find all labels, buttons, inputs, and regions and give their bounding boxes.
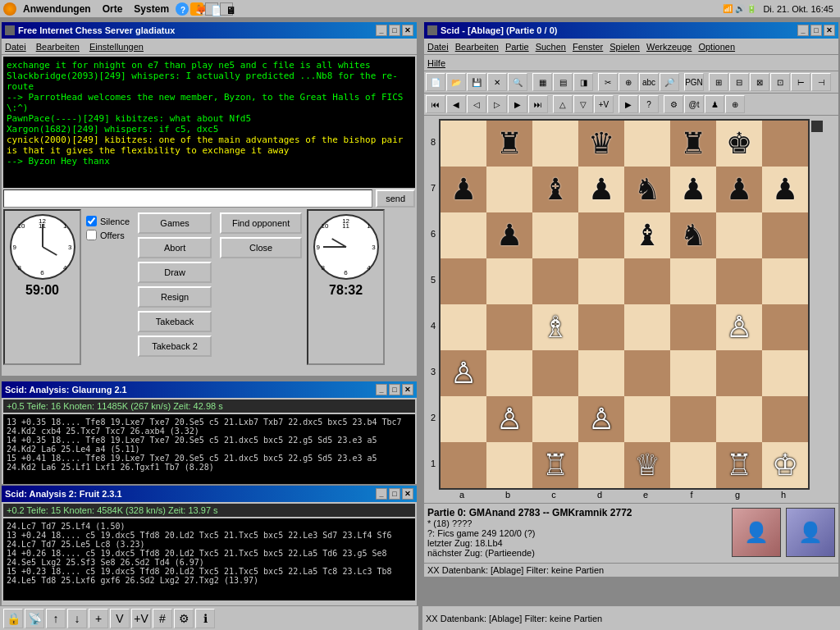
square-a3[interactable]: ♙ [441,350,486,396]
square-b1[interactable] [486,442,532,488]
tb-var-down[interactable]: ▽ [573,95,593,113]
tb-last[interactable]: ⏭ [528,95,548,113]
draw-button[interactable]: Draw [138,262,212,283]
square-e5[interactable] [624,258,670,304]
square-a7[interactable]: ♟ [441,167,486,212]
square-c1[interactable]: ♖ [532,442,578,488]
bottom-down-icon[interactable]: ↓ [67,609,87,628]
analysis1-close[interactable]: ✕ [402,384,413,395]
tb-find[interactable]: 🔎 [660,73,679,91]
square-a8[interactable] [441,121,486,167]
silence-checkbox[interactable] [86,216,97,226]
games-button[interactable]: Games [138,212,212,234]
menu-system[interactable]: System [129,2,174,16]
find-opponent-button[interactable]: Find opponent [220,212,302,234]
takeback-button[interactable]: Takeback [138,311,212,332]
tb-btn2[interactable]: ▤ [553,73,573,91]
square-h1[interactable]: ♔ [762,442,808,488]
tb-search[interactable]: 🔍 [508,73,527,91]
square-d1[interactable] [578,442,624,488]
square-b5[interactable] [486,258,532,304]
tb-btn3[interactable]: ◨ [573,73,593,91]
square-h4[interactable] [762,304,808,350]
square-e1[interactable]: ♕ [624,442,670,488]
tb-next[interactable]: ▶ [508,95,527,113]
tb-extra3[interactable]: ⊠ [750,73,769,91]
bottom-plus-icon[interactable]: + [89,609,108,628]
tb-plus-v[interactable]: +V [594,95,614,113]
app-icon-2[interactable]: 🖥 [220,2,233,16]
tb-paste[interactable]: abc [639,73,659,91]
square-f5[interactable] [670,258,716,304]
tb-save[interactable]: 💾 [467,73,486,91]
takeback2-button[interactable]: Takeback 2 [138,336,212,357]
tb-extra6[interactable]: ⊣ [811,73,831,91]
analysis2-minimize[interactable]: _ [376,488,387,500]
tb-btn1[interactable]: ▦ [532,73,552,91]
tb-extra7[interactable]: ⊕ [725,95,745,113]
square-h8[interactable] [762,121,808,167]
fics-minimize-btn[interactable]: _ [376,25,387,36]
square-d8[interactable]: ♛ [578,121,624,167]
square-b7[interactable] [486,167,532,212]
scid-menu-fenster[interactable]: Fenster [573,42,603,52]
scid-menu-werkzeuge[interactable]: Werkzeuge [646,42,692,52]
square-g6[interactable] [716,212,762,258]
resign-button[interactable]: Resign [138,286,212,308]
bottom-lock-icon[interactable]: 🔒 [3,609,23,628]
square-c6[interactable] [532,212,578,258]
tb-next-fast[interactable]: ▷ [487,95,507,113]
offers-checkbox[interactable] [86,230,97,240]
tb-open[interactable]: 📂 [446,73,466,91]
square-f2[interactable] [670,396,716,442]
tb-prev-fast[interactable]: ◁ [467,95,486,113]
square-h2[interactable] [762,396,808,442]
square-c4[interactable]: ♗ [532,304,578,350]
bottom-wifi-icon[interactable]: 📡 [25,609,44,628]
analysis2-maximize[interactable]: □ [389,488,400,500]
scid-menu-suchen[interactable]: Suchen [536,42,566,52]
square-d3[interactable] [578,350,624,396]
scid-menu-spielen[interactable]: Spielen [609,42,640,52]
square-b3[interactable] [486,350,532,396]
scid-close-btn[interactable]: ✕ [824,25,835,36]
fics-menu-datei[interactable]: Datei [5,42,26,52]
bottom-num-icon[interactable]: # [153,609,172,628]
square-e6[interactable]: ♝ [624,212,670,258]
fics-close-btn[interactable]: ✕ [402,25,413,36]
fics-menu-einstellungen[interactable]: Einstellungen [89,42,144,52]
square-f1[interactable] [670,442,716,488]
square-g4[interactable]: ♙ [716,304,762,350]
square-d2[interactable]: ♙ [578,396,624,442]
fics-send-button[interactable]: send [376,189,415,208]
square-b2[interactable]: ♙ [486,396,532,442]
square-b4[interactable] [486,304,532,350]
tb-extra5[interactable]: ⊢ [791,73,810,91]
square-c5[interactable] [532,258,578,304]
square-h3[interactable] [762,350,808,396]
square-f3[interactable] [670,350,716,396]
tb-copy[interactable]: ⊕ [619,73,638,91]
square-g7[interactable]: ♟ [716,167,762,212]
square-b6[interactable]: ♟ [486,212,532,258]
square-g8[interactable]: ♚ [716,121,762,167]
app-icon-1[interactable]: 📄 [205,2,218,16]
square-h6[interactable] [762,212,808,258]
square-c2[interactable] [532,396,578,442]
bottom-info-icon[interactable]: ℹ [195,609,215,628]
tb-question[interactable]: ? [639,95,659,113]
scid-menu-hilfe[interactable]: Hilfe [427,58,445,68]
square-b8[interactable]: ♜ [486,121,532,167]
square-a2[interactable] [441,396,486,442]
tb-first[interactable]: ⏮ [426,95,445,113]
tb-close[interactable]: ✕ [487,73,507,91]
tb-play[interactable]: ▶ [619,95,638,113]
square-a4[interactable] [441,304,486,350]
square-c8[interactable] [532,121,578,167]
tb-prev[interactable]: ◀ [446,95,466,113]
close-button[interactable]: Close [220,237,302,258]
tb-new[interactable]: 📄 [426,73,445,91]
square-e4[interactable] [624,304,670,350]
tb-cut[interactable]: ✂ [598,73,618,91]
tb-extra1[interactable]: ⊞ [709,73,728,91]
